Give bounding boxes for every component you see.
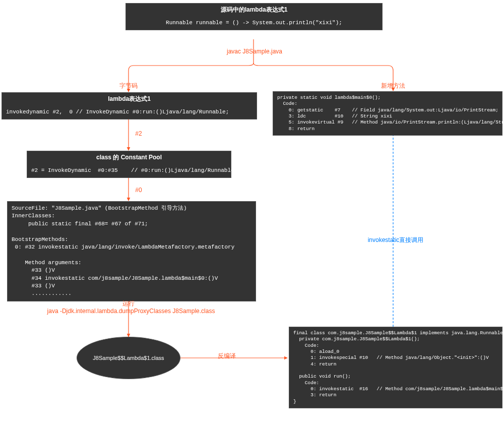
box-decompiled: final class com.j8sample.J8Sample$$Lambd… xyxy=(289,327,502,408)
box-source-lambda-title: 源码中的lambda表达式1 xyxy=(126,4,382,16)
box-bootstrap-methods: SourceFile: "J8Sample.java" (BootstrapMe… xyxy=(7,201,256,301)
oval-generated-class-label: J8Sample$$Lambda$1.class xyxy=(93,355,164,361)
label-newmethod: 新增方法 xyxy=(378,82,408,90)
box-new-method-code: private static void lambda$main$0(); Cod… xyxy=(273,92,502,135)
box-constant-pool-code: #2 = InvokeDynamic #0:#35 // #0:run:()Lj… xyxy=(27,164,231,177)
label-javac: javac J8Sample.java xyxy=(217,48,292,55)
box-invokedynamic-title: lambda表达式1 xyxy=(2,93,257,105)
box-source-lambda: 源码中的lambda表达式1 Runnable runnable = () ->… xyxy=(125,3,383,30)
box-invokedynamic-code: invokedynamic #2, 0 // InvokeDynamic #0:… xyxy=(2,105,257,119)
box-decompiled-code: final class com.j8sample.J8Sample$$Lambd… xyxy=(289,327,502,408)
label-bytecode: 字节码 xyxy=(113,82,144,90)
label-invokestatic: invokestatic直接调用 xyxy=(358,236,433,244)
oval-generated-class: J8Sample$$Lambda$1.class xyxy=(77,337,180,379)
box-source-lambda-code: Runnable runnable = () -> System.out.pri… xyxy=(126,16,382,30)
label-decompile: 反编译 xyxy=(212,352,242,360)
box-new-method: private static void lambda$main$0(); Cod… xyxy=(273,91,502,136)
label-hash2: #2 xyxy=(131,130,146,137)
box-invokedynamic: lambda表达式1 invokedynamic #2, 0 // Invoke… xyxy=(2,92,257,119)
label-hash0: #0 xyxy=(131,187,146,194)
box-constant-pool-title: class 的 Constant Pool xyxy=(27,151,231,164)
label-run: 运行 xyxy=(118,299,139,308)
box-bootstrap-methods-code: SourceFile: "J8Sample.java" (BootstrapMe… xyxy=(8,202,256,301)
label-java-cmd: java -Djdk.internal.lambda.dumpProxyClas… xyxy=(43,308,219,315)
box-constant-pool: class 的 Constant Pool #2 = InvokeDynamic… xyxy=(27,151,231,178)
